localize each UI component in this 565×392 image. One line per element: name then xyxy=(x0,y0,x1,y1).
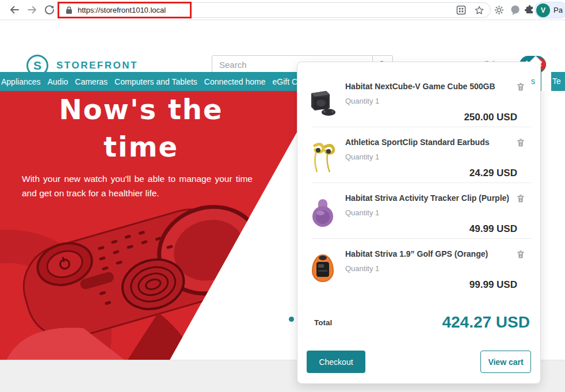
back-arrow-icon xyxy=(9,4,20,16)
product-name: Habitat Striva 1.9” Golf GPS (Orange) xyxy=(345,249,514,258)
remove-item-button[interactable] xyxy=(516,193,525,205)
comment-balloon-icon[interactable] xyxy=(510,5,521,16)
nav-item-computers-tablets[interactable]: Computers and Tablets xyxy=(114,77,197,86)
carousel-dot[interactable] xyxy=(289,317,294,322)
cart-items-list: Habitat NextCube-V Game Cube 500GB Quant… xyxy=(297,62,540,294)
product-name: Habitat NextCube-V Game Cube 500GB xyxy=(345,82,514,91)
refresh-button[interactable] xyxy=(44,4,55,16)
browser-window: https://storefront1010.local V Pa S STOR… xyxy=(0,0,565,392)
cart-dropdown: Habitat NextCube-V Game Cube 500GB Quant… xyxy=(297,62,541,384)
total-value: 424.27 USD xyxy=(442,313,530,332)
watch-image xyxy=(0,183,270,360)
brand-text: STOREFRONT xyxy=(56,60,138,71)
nav-gap xyxy=(541,72,551,91)
nav-item-connected-home[interactable]: Connected home xyxy=(204,77,266,86)
refresh-icon xyxy=(44,4,55,16)
trash-icon xyxy=(516,82,525,92)
product-image-game-cube xyxy=(307,85,339,119)
remove-item-button[interactable] xyxy=(516,249,525,261)
trash-icon xyxy=(516,193,525,203)
profile-name: Pa xyxy=(553,6,563,14)
lock-icon xyxy=(66,6,72,14)
product-name: Habitat Striva Activity Tracker Clip (Pu… xyxy=(345,193,514,203)
remove-item-button[interactable] xyxy=(516,82,525,93)
forward-arrow-icon xyxy=(26,4,38,16)
nav-item-audio[interactable]: Audio xyxy=(48,77,68,86)
cart-item: Athletica SportClip Standard Earbuds Qua… xyxy=(297,127,540,182)
trash-icon xyxy=(516,249,525,259)
product-image-tracker-clip xyxy=(307,197,339,230)
product-image-earbuds xyxy=(307,141,339,174)
cart-item: Habitat Striva 1.9” Golf GPS (Orange) Qu… xyxy=(297,239,540,294)
product-price: 49.99 USD xyxy=(345,223,517,235)
extensions-puzzle-icon[interactable] xyxy=(524,5,535,16)
product-quantity: Quantity 1 xyxy=(345,153,531,161)
product-price: 250.00 USD xyxy=(345,112,517,123)
trash-icon xyxy=(516,138,525,147)
view-cart-button[interactable]: View cart xyxy=(480,351,531,373)
checkout-button[interactable]: Checkout xyxy=(307,351,365,373)
back-button[interactable] xyxy=(9,4,20,16)
nav-item-appliances[interactable]: Appliances xyxy=(1,77,41,86)
nav-fragment-left: s xyxy=(531,72,535,91)
product-quantity: Quantity 1 xyxy=(345,264,531,273)
total-label: Total xyxy=(314,318,332,327)
forward-button[interactable] xyxy=(26,4,38,16)
browser-toolbar: https://storefront1010.local V Pa xyxy=(0,0,565,20)
cart-item: Habitat Striva Activity Tracker Clip (Pu… xyxy=(297,183,540,238)
remove-item-button[interactable] xyxy=(516,138,525,149)
product-price: 99.99 USD xyxy=(345,279,517,291)
profile-chip[interactable]: V Pa xyxy=(535,2,565,18)
cart-item: Habitat NextCube-V Game Cube 500GB Quant… xyxy=(297,71,540,127)
gear-icon[interactable] xyxy=(494,5,505,16)
hero-title: Now's the time xyxy=(46,91,236,166)
product-price: 24.29 USD xyxy=(345,168,517,179)
nav-item-cameras[interactable]: Cameras xyxy=(75,77,108,86)
url-text: https://storefront1010.local xyxy=(78,6,166,14)
product-quantity: Quantity 1 xyxy=(345,208,531,217)
product-quantity: Quantity 1 xyxy=(345,97,531,105)
avatar: V xyxy=(536,3,550,17)
nav-fragment-right: Te xyxy=(552,72,561,91)
grid-icon[interactable] xyxy=(456,5,466,15)
bookmark-star-icon[interactable] xyxy=(474,5,484,16)
cart-total-row: Total 424.27 USD xyxy=(314,311,530,334)
product-name: Athletica SportClip Standard Earbuds xyxy=(345,138,514,147)
address-bar[interactable]: https://storefront1010.local xyxy=(56,2,491,18)
product-image-golf-gps xyxy=(307,253,339,286)
